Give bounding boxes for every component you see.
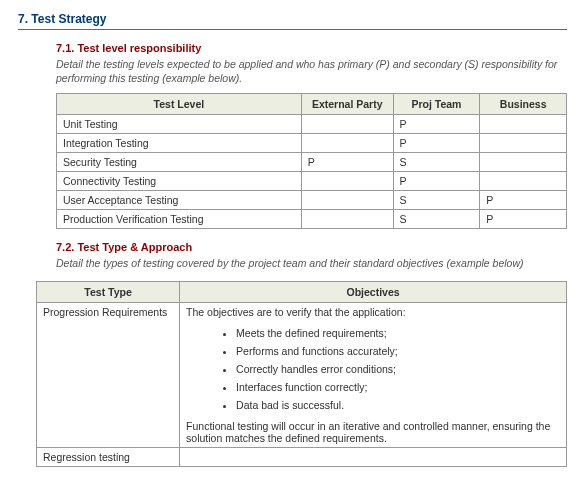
table-cell	[301, 172, 393, 191]
responsibility-table: Test Level External Party Proj Team Busi…	[56, 93, 567, 229]
cell-objectives: The objectives are to verify that the ap…	[180, 302, 567, 447]
col-external-party: External Party	[301, 94, 393, 115]
table-cell	[301, 115, 393, 134]
table-cell: Production Verification Testing	[57, 210, 302, 229]
list-item: Meets the defined requirements;	[236, 324, 560, 342]
table-cell: P	[393, 115, 480, 134]
table-cell: User Acceptance Testing	[57, 191, 302, 210]
table-cell: P	[393, 134, 480, 153]
list-item: Data bad is successful.	[236, 396, 560, 414]
table-cell: P	[301, 153, 393, 172]
subsection-7-1-title: 7.1. Test level responsibility	[56, 42, 567, 54]
table-row: Regression testing	[37, 447, 567, 466]
table-cell: S	[393, 210, 480, 229]
cell-test-type: Regression testing	[37, 447, 180, 466]
table-cell: S	[393, 153, 480, 172]
table-row: Security TestingPS	[57, 153, 567, 172]
col-test-level: Test Level	[57, 94, 302, 115]
table-cell	[480, 172, 567, 191]
subsection-7-1-desc: Detail the testing levels expected to be…	[56, 58, 567, 85]
table-cell	[301, 210, 393, 229]
cell-objectives	[180, 447, 567, 466]
table-cell: S	[393, 191, 480, 210]
list-item: Correctly handles error conditions;	[236, 360, 560, 378]
subsection-7-2-desc: Detail the types of testing covered by t…	[56, 257, 567, 271]
table-cell	[480, 153, 567, 172]
table-cell: Security Testing	[57, 153, 302, 172]
table-cell	[301, 134, 393, 153]
table-cell	[301, 191, 393, 210]
table-cell: Integration Testing	[57, 134, 302, 153]
list-item: Interfaces function correctly;	[236, 378, 560, 396]
table-row: Production Verification TestingSP	[57, 210, 567, 229]
table-cell: Unit Testing	[57, 115, 302, 134]
table-cell: Connectivity Testing	[57, 172, 302, 191]
table-cell: P	[393, 172, 480, 191]
list-item: Performs and functions accurately;	[236, 342, 560, 360]
objectives-intro: The objectives are to verify that the ap…	[186, 306, 560, 318]
table-row: Progression Requirements The objectives …	[37, 302, 567, 447]
cell-test-type: Progression Requirements	[37, 302, 180, 447]
table-row: Connectivity TestingP	[57, 172, 567, 191]
section-heading: 7. Test Strategy	[18, 12, 567, 30]
subsection-7-1: 7.1. Test level responsibility Detail th…	[56, 42, 567, 229]
table-row: User Acceptance TestingSP	[57, 191, 567, 210]
table-cell	[480, 115, 567, 134]
col-proj-team: Proj Team	[393, 94, 480, 115]
objectives-list: Meets the defined requirements;Performs …	[236, 324, 560, 414]
table-row: Unit TestingP	[57, 115, 567, 134]
table-header-row: Test Level External Party Proj Team Busi…	[57, 94, 567, 115]
subsection-7-2-title: 7.2. Test Type & Approach	[56, 241, 567, 253]
table-row: Integration TestingP	[57, 134, 567, 153]
table-cell: P	[480, 210, 567, 229]
subsection-7-2: 7.2. Test Type & Approach Detail the typ…	[56, 241, 567, 271]
objectives-footer: Functional testing will occur in an iter…	[186, 420, 560, 444]
table-cell: P	[480, 191, 567, 210]
test-type-table: Test Type Objectives Progression Require…	[36, 281, 567, 467]
col-business: Business	[480, 94, 567, 115]
col-objectives: Objectives	[180, 281, 567, 302]
col-test-type: Test Type	[37, 281, 180, 302]
table-cell	[480, 134, 567, 153]
table-header-row: Test Type Objectives	[37, 281, 567, 302]
